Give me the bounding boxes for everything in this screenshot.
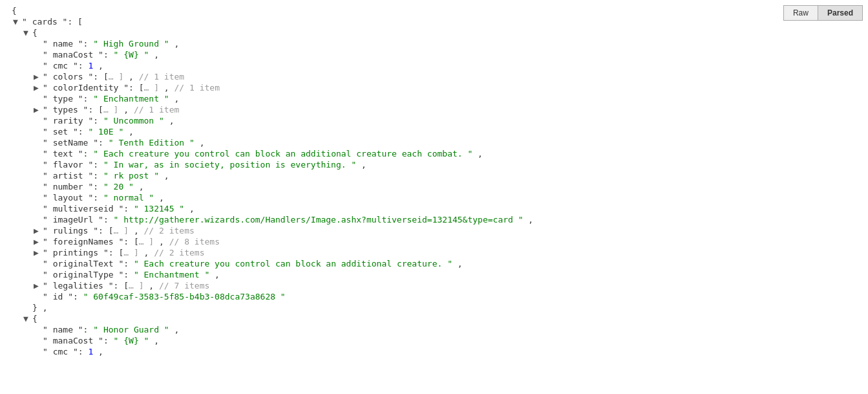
json-string-value: " Each creature you control can block an… [93, 149, 472, 159]
json-line: ▶ " types ": [… ] , // 1 item [0, 104, 868, 115]
json-string-value: " Enchantment " [134, 270, 209, 279]
json-string-value: " Tenth Edition " [109, 138, 195, 148]
json-punctuation: , [139, 248, 154, 257]
json-line: " name ": " Honor Guard " , [0, 324, 868, 335]
json-string-value: " normal " [103, 193, 154, 202]
json-line: " originalText ": " Each creature you co… [0, 258, 868, 269]
json-string-value: " 20 " [103, 182, 134, 192]
json-line: " text ": " Each creature you control ca… [0, 148, 868, 159]
json-punctuation: , [356, 160, 366, 170]
json-key: " types ": [ [43, 105, 103, 115]
toggle-placeholder [34, 204, 43, 213]
json-punctuation: , [93, 61, 103, 71]
raw-button[interactable]: Raw [783, 5, 818, 21]
parsed-button[interactable]: Parsed [818, 5, 863, 21]
json-key: " cmc ": [43, 61, 88, 71]
json-punctuation: , [159, 171, 169, 181]
json-punctuation: , [149, 336, 159, 345]
toggle-placeholder [34, 336, 43, 345]
json-punctuation: , [195, 138, 205, 148]
toggle-collapsed[interactable]: ▶ [34, 83, 43, 93]
json-string-value: " http://gatherer.wizards.com/Handlers/I… [114, 215, 524, 224]
toggle-placeholder [3, 6, 12, 16]
toggle-placeholder [34, 325, 43, 334]
json-key: " legalities ": [ [43, 281, 129, 290]
json-punctuation: , [134, 182, 144, 192]
json-key: " layout ": [43, 193, 103, 202]
toggle-placeholder [34, 347, 43, 356]
toggle-placeholder [23, 303, 32, 312]
json-line: " set ": " 10E " , [0, 126, 868, 137]
toggle-open[interactable]: ▼ [23, 28, 32, 38]
toggle-open[interactable]: ▼ [13, 17, 22, 27]
json-punctuation: , [129, 226, 143, 235]
json-key: " name ": [43, 39, 93, 49]
json-line: " artist ": " rk post " , [0, 170, 868, 181]
json-punctuation: , [209, 270, 220, 279]
json-line: " manaCost ": " {W} " , [0, 335, 868, 346]
json-line: " type ": " Enchantment " , [0, 93, 868, 104]
toggle-placeholder [34, 215, 43, 224]
json-line: " cmc ": 1 , [0, 346, 868, 357]
toggle-placeholder [34, 61, 43, 71]
json-punctuation: , [169, 94, 180, 104]
json-key: " originalText ": [43, 259, 134, 268]
json-string-value: " Each creature you control can block an… [134, 259, 452, 268]
json-key: " artist ": [43, 171, 103, 181]
json-punctuation: , [169, 39, 180, 49]
json-line: " imageUrl ": " http://gatherer.wizards.… [0, 214, 868, 225]
json-key: " colorIdentity ": [ [43, 83, 144, 93]
json-key: " id ": [43, 292, 83, 301]
toggle-placeholder [34, 116, 43, 126]
toggle-placeholder [34, 160, 43, 170]
json-key: " text ": [43, 149, 93, 159]
toggle-collapsed[interactable]: ▶ [34, 281, 43, 290]
json-line: " setName ": " Tenth Edition " , [0, 137, 868, 148]
json-brace: { [32, 314, 37, 323]
json-punctuation: , [184, 204, 195, 213]
json-brace: } , [32, 303, 47, 312]
json-comment: // 1 item [175, 83, 220, 93]
toggle-collapsed[interactable]: ▶ [34, 248, 43, 257]
json-string-value: " 60f49caf-3583-5f85-b4b3-08dca73a8628 " [83, 292, 286, 301]
json-punctuation: , [169, 325, 180, 334]
json-comment: … ] [114, 226, 129, 235]
json-line: { [0, 5, 868, 16]
json-string-value: " {W} " [114, 336, 149, 345]
json-line: " multiverseid ": " 132145 " , [0, 203, 868, 214]
json-number-value: 1 [88, 61, 93, 71]
toggle-collapsed[interactable]: ▶ [34, 226, 43, 235]
json-punctuation: , [159, 83, 174, 93]
json-string-value: " Uncommon " [103, 116, 164, 126]
json-string-value: " 10E " [88, 127, 123, 137]
json-key: " setName ": [43, 138, 109, 148]
toggle-placeholder [34, 292, 43, 301]
json-key: " manaCost ": [43, 336, 114, 345]
json-punctuation: , [472, 149, 483, 159]
toggle-open[interactable]: ▼ [23, 314, 32, 323]
json-punctuation: , [123, 72, 138, 82]
json-punctuation: , [149, 50, 159, 60]
toggle-placeholder [34, 39, 43, 49]
json-key: " manaCost ": [43, 50, 114, 60]
json-string-value: " rk post " [103, 171, 159, 181]
toggle-collapsed[interactable]: ▶ [34, 237, 43, 246]
json-key: " printings ": [ [43, 248, 123, 257]
json-punctuation: , [452, 259, 463, 268]
json-key: " rulings ": [ [43, 226, 114, 235]
json-string-value: " Enchantment " [93, 94, 169, 104]
json-number-value: 1 [88, 347, 93, 356]
toggle-collapsed[interactable]: ▶ [34, 105, 43, 115]
json-punctuation: , [164, 116, 175, 126]
json-line: ▶ " colorIdentity ": [… ] , // 1 item [0, 82, 868, 93]
toggle-placeholder [34, 270, 43, 279]
json-brace: { [32, 28, 37, 38]
toggle-collapsed[interactable]: ▶ [34, 72, 43, 82]
json-line: ▼ " cards ": [ [0, 16, 868, 27]
toggle-placeholder [34, 138, 43, 148]
json-line: " rarity ": " Uncommon " , [0, 115, 868, 126]
toolbar: Raw Parsed [783, 5, 863, 21]
json-line: " number ": " 20 " , [0, 181, 868, 192]
json-line: " manaCost ": " {W} " , [0, 49, 868, 60]
json-key: " rarity ": [43, 116, 103, 126]
